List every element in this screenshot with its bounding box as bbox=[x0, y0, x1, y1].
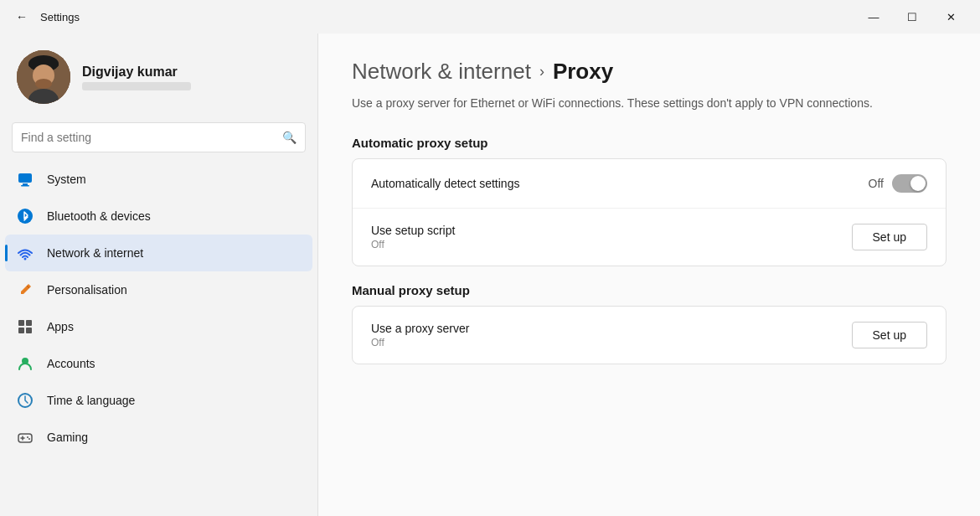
window-controls: — ☐ ✕ bbox=[854, 3, 970, 30]
sidebar-label-gaming: Gaming bbox=[47, 431, 88, 444]
svg-point-9 bbox=[18, 209, 33, 224]
sidebar-label-time: Time & language bbox=[47, 394, 135, 407]
section-title-automatic: Automatic proxy setup bbox=[352, 136, 946, 150]
maximize-button[interactable]: ☐ bbox=[893, 3, 931, 30]
section-title-manual: Manual proxy setup bbox=[352, 283, 946, 297]
proxy-server-info: Use a proxy server Off bbox=[371, 322, 852, 348]
search-input[interactable] bbox=[21, 131, 276, 144]
app-title: Settings bbox=[40, 11, 80, 23]
sidebar-label-personalisation: Personalisation bbox=[47, 283, 127, 297]
setup-script-row: Use setup script Off Set up bbox=[353, 209, 946, 266]
sidebar-item-network[interactable]: Network & internet bbox=[5, 235, 312, 271]
auto-detect-label: Automatically detect settings bbox=[371, 177, 869, 190]
search-wrapper: 🔍 bbox=[0, 117, 317, 161]
svg-rect-13 bbox=[18, 328, 24, 333]
auto-detect-toggle[interactable] bbox=[892, 174, 927, 193]
sidebar-item-accounts[interactable]: Accounts bbox=[5, 345, 312, 382]
proxy-server-sublabel: Off bbox=[371, 337, 852, 348]
proxy-server-label: Use a proxy server bbox=[371, 322, 852, 335]
sidebar-item-system[interactable]: System bbox=[5, 161, 312, 198]
svg-rect-11 bbox=[18, 320, 24, 326]
avatar bbox=[17, 50, 70, 104]
profile-info: Digvijay kumar bbox=[82, 64, 191, 90]
svg-point-18 bbox=[27, 436, 28, 438]
main-content: Network & internet › Proxy Use a proxy s… bbox=[318, 34, 980, 516]
sidebar-label-network: Network & internet bbox=[47, 246, 143, 260]
page-title: Proxy bbox=[553, 59, 613, 85]
search-icon: 🔍 bbox=[282, 131, 297, 144]
sidebar-label-bluetooth: Bluetooth & devices bbox=[47, 209, 151, 223]
sidebar-item-personalisation[interactable]: Personalisation bbox=[5, 271, 312, 308]
svg-point-10 bbox=[24, 258, 27, 261]
apps-icon bbox=[15, 317, 35, 337]
sidebar-item-time[interactable]: Time & language bbox=[5, 382, 312, 419]
proxy-server-row: Use a proxy server Off Set up bbox=[353, 307, 946, 364]
nav-list: System Bluetooth & devices bbox=[0, 161, 317, 456]
setup-script-sublabel: Off bbox=[371, 239, 852, 250]
close-button[interactable]: ✕ bbox=[931, 3, 970, 30]
system-icon bbox=[15, 169, 35, 189]
manual-proxy-card: Use a proxy server Off Set up bbox=[352, 306, 946, 364]
svg-rect-7 bbox=[23, 183, 28, 185]
network-icon bbox=[15, 243, 35, 263]
breadcrumb-parent[interactable]: Network & internet bbox=[352, 59, 531, 85]
titlebar: ← Settings — ☐ ✕ bbox=[0, 0, 980, 34]
sidebar-item-apps[interactable]: Apps bbox=[5, 308, 312, 345]
svg-point-4 bbox=[35, 79, 52, 89]
breadcrumb-chevron: › bbox=[539, 63, 544, 80]
profile-email bbox=[82, 82, 191, 90]
sidebar-label-apps: Apps bbox=[47, 320, 74, 333]
sidebar: Digvijay kumar 🔍 System bbox=[0, 34, 318, 516]
gaming-icon bbox=[15, 427, 35, 447]
svg-rect-6 bbox=[18, 173, 32, 183]
sidebar-label-system: System bbox=[47, 173, 86, 186]
profile-section[interactable]: Digvijay kumar bbox=[0, 34, 317, 117]
accounts-icon bbox=[15, 353, 35, 374]
setup-script-info: Use setup script Off bbox=[371, 224, 852, 250]
proxy-server-button[interactable]: Set up bbox=[852, 322, 927, 348]
auto-detect-control: Off bbox=[869, 174, 927, 193]
toggle-thumb bbox=[910, 176, 926, 191]
setup-script-control: Set up bbox=[852, 224, 927, 250]
auto-detect-row: Automatically detect settings Off bbox=[353, 159, 946, 209]
app-body: Digvijay kumar 🔍 System bbox=[0, 34, 980, 516]
sidebar-item-bluetooth[interactable]: Bluetooth & devices bbox=[5, 198, 312, 235]
svg-rect-14 bbox=[26, 328, 32, 333]
search-box: 🔍 bbox=[12, 122, 306, 152]
auto-detect-info: Automatically detect settings bbox=[371, 177, 869, 190]
personalisation-icon bbox=[15, 280, 35, 300]
profile-name: Digvijay kumar bbox=[82, 64, 191, 80]
bluetooth-icon bbox=[15, 206, 35, 226]
toggle-off-label: Off bbox=[869, 177, 884, 190]
automatic-proxy-card: Automatically detect settings Off Use se… bbox=[352, 158, 946, 266]
page-description: Use a proxy server for Ethernet or WiFi … bbox=[352, 95, 938, 112]
svg-point-19 bbox=[28, 438, 30, 440]
setup-script-button[interactable]: Set up bbox=[852, 224, 927, 250]
svg-rect-8 bbox=[21, 185, 29, 187]
minimize-button[interactable]: — bbox=[854, 3, 893, 30]
sidebar-label-accounts: Accounts bbox=[47, 357, 95, 370]
setup-script-label: Use setup script bbox=[371, 224, 852, 237]
breadcrumb: Network & internet › Proxy bbox=[352, 59, 946, 85]
time-icon bbox=[15, 390, 35, 410]
svg-rect-12 bbox=[26, 320, 32, 326]
avatar-image bbox=[17, 50, 70, 104]
back-button[interactable]: ← bbox=[10, 5, 34, 28]
sidebar-item-gaming[interactable]: Gaming bbox=[5, 419, 312, 456]
proxy-server-control: Set up bbox=[852, 322, 927, 348]
